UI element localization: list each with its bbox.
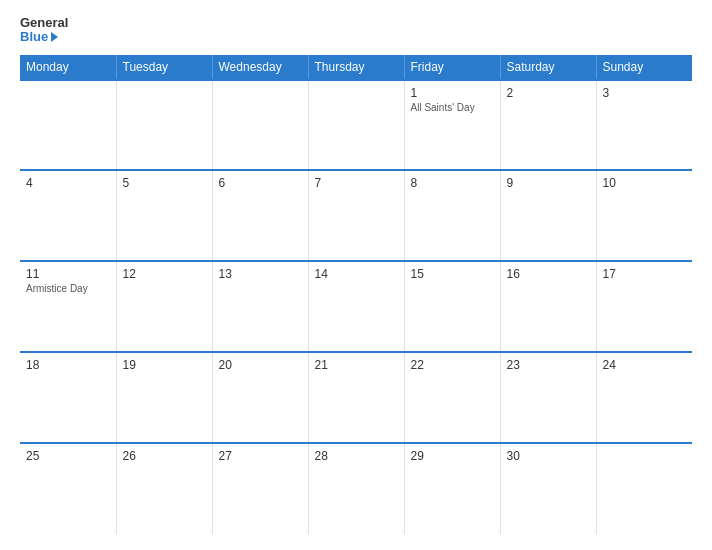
day-number: 20 (219, 358, 302, 372)
calendar-cell: 27 (212, 443, 308, 534)
calendar-cell: 12 (116, 261, 212, 352)
day-number: 19 (123, 358, 206, 372)
day-number: 27 (219, 449, 302, 463)
calendar-cell: 8 (404, 170, 500, 261)
logo-triangle-icon (51, 32, 58, 42)
page-header: General Blue (20, 16, 692, 45)
day-number: 3 (603, 86, 687, 100)
day-number: 26 (123, 449, 206, 463)
calendar-cell: 20 (212, 352, 308, 443)
calendar-cell (20, 80, 116, 171)
logo-blue-text: Blue (20, 30, 48, 44)
calendar-cell (212, 80, 308, 171)
col-header-sunday: Sunday (596, 55, 692, 80)
calendar-cell: 29 (404, 443, 500, 534)
calendar-cell (596, 443, 692, 534)
logo-blue-bar: Blue (20, 30, 68, 44)
day-number: 23 (507, 358, 590, 372)
day-number: 13 (219, 267, 302, 281)
calendar-week-row: 45678910 (20, 170, 692, 261)
day-number: 1 (411, 86, 494, 100)
calendar-cell: 25 (20, 443, 116, 534)
day-number: 30 (507, 449, 590, 463)
day-number: 16 (507, 267, 590, 281)
calendar-cell: 6 (212, 170, 308, 261)
calendar-cell: 16 (500, 261, 596, 352)
holiday-label: All Saints' Day (411, 102, 494, 113)
calendar-cell: 5 (116, 170, 212, 261)
day-number: 29 (411, 449, 494, 463)
calendar-cell: 28 (308, 443, 404, 534)
calendar-cell: 18 (20, 352, 116, 443)
calendar-cell: 7 (308, 170, 404, 261)
day-number: 24 (603, 358, 687, 372)
day-number: 25 (26, 449, 110, 463)
calendar-cell: 4 (20, 170, 116, 261)
col-header-friday: Friday (404, 55, 500, 80)
calendar-cell: 21 (308, 352, 404, 443)
day-number: 8 (411, 176, 494, 190)
day-number: 14 (315, 267, 398, 281)
col-header-monday: Monday (20, 55, 116, 80)
calendar-cell: 15 (404, 261, 500, 352)
calendar-cell: 30 (500, 443, 596, 534)
col-header-tuesday: Tuesday (116, 55, 212, 80)
calendar-cell: 24 (596, 352, 692, 443)
calendar-cell: 17 (596, 261, 692, 352)
day-number: 18 (26, 358, 110, 372)
logo-general: General (20, 16, 68, 30)
calendar-header-row: MondayTuesdayWednesdayThursdayFridaySatu… (20, 55, 692, 80)
day-number: 17 (603, 267, 687, 281)
day-number: 28 (315, 449, 398, 463)
col-header-saturday: Saturday (500, 55, 596, 80)
day-number: 22 (411, 358, 494, 372)
calendar-week-row: 1All Saints' Day23 (20, 80, 692, 171)
calendar-cell (308, 80, 404, 171)
day-number: 2 (507, 86, 590, 100)
calendar-cell (116, 80, 212, 171)
calendar-week-row: 11Armistice Day121314151617 (20, 261, 692, 352)
calendar-cell: 13 (212, 261, 308, 352)
holiday-label: Armistice Day (26, 283, 110, 294)
calendar-cell: 22 (404, 352, 500, 443)
day-number: 6 (219, 176, 302, 190)
day-number: 5 (123, 176, 206, 190)
calendar-cell: 19 (116, 352, 212, 443)
calendar-cell: 26 (116, 443, 212, 534)
calendar-week-row: 18192021222324 (20, 352, 692, 443)
day-number: 4 (26, 176, 110, 190)
day-number: 9 (507, 176, 590, 190)
day-number: 11 (26, 267, 110, 281)
calendar-cell: 2 (500, 80, 596, 171)
day-number: 10 (603, 176, 687, 190)
day-number: 21 (315, 358, 398, 372)
logo: General Blue (20, 16, 68, 45)
day-number: 15 (411, 267, 494, 281)
calendar-cell: 23 (500, 352, 596, 443)
calendar-cell: 3 (596, 80, 692, 171)
calendar-cell: 9 (500, 170, 596, 261)
day-number: 12 (123, 267, 206, 281)
col-header-thursday: Thursday (308, 55, 404, 80)
day-number: 7 (315, 176, 398, 190)
calendar-week-row: 252627282930 (20, 443, 692, 534)
calendar-cell: 14 (308, 261, 404, 352)
calendar-cell: 1All Saints' Day (404, 80, 500, 171)
col-header-wednesday: Wednesday (212, 55, 308, 80)
calendar-cell: 11Armistice Day (20, 261, 116, 352)
calendar-table: MondayTuesdayWednesdayThursdayFridaySatu… (20, 55, 692, 534)
calendar-cell: 10 (596, 170, 692, 261)
